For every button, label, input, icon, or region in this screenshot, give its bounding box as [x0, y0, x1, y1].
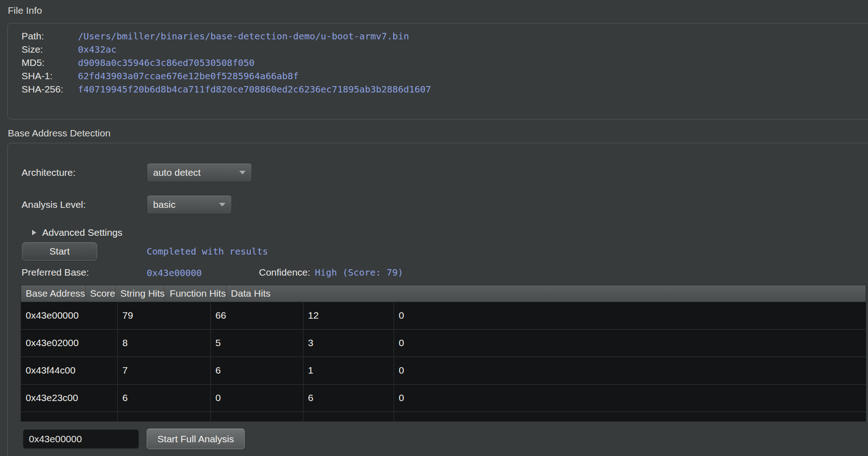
advanced-settings-toggle[interactable]: Advanced Settings	[32, 227, 122, 239]
cell-base-address: 0x43e23c00	[21, 385, 118, 412]
analysis-level-dropdown[interactable]: basic	[147, 195, 232, 214]
analysis-level-selected-value: basic	[153, 199, 214, 210]
architecture-selected-value: auto detect	[153, 167, 235, 178]
preferred-base-label: Preferred Base:	[22, 267, 89, 278]
advanced-settings-label: Advanced Settings	[42, 227, 122, 238]
file-info-field-label: SHA-1:	[22, 71, 78, 81]
chevron-down-icon	[239, 171, 246, 174]
file-info-field-value: 0x432ac	[78, 44, 116, 55]
file-info-field-label: MD5:	[22, 57, 78, 68]
cell-function-hits: 1	[303, 357, 394, 384]
cell-score: 8	[118, 330, 211, 357]
base-address-input[interactable]	[23, 429, 139, 449]
table-header-cell[interactable]: String Hits	[115, 285, 165, 302]
cell-empty	[211, 412, 303, 422]
table-header-cell[interactable]: Data Hits	[226, 285, 270, 302]
confidence-group: Confidence: High (Score: 79)	[259, 267, 403, 278]
architecture-dropdown[interactable]: auto detect	[147, 163, 252, 182]
cell-string-hits: 66	[211, 302, 303, 329]
base-detection-section-title: Base Address Detection	[8, 128, 110, 139]
table-row-partial[interactable]	[21, 412, 866, 422]
base-candidates-table: Base Address Score String Hits Function …	[21, 285, 866, 422]
analysis-level-label: Analysis Level:	[22, 195, 86, 214]
file-info-section-title: File Info	[8, 5, 42, 16]
file-info-row: SHA-1: 62fd43903a07ccae676e12be0f5285964…	[22, 69, 868, 82]
cell-empty	[21, 412, 118, 422]
cell-data-hits: 0	[394, 357, 866, 384]
cell-string-hits: 5	[211, 330, 303, 357]
base-detection-panel: Architecture: auto detect Analysis Level…	[7, 143, 868, 456]
confidence-label: Confidence:	[259, 267, 310, 278]
file-info-row: Path: /Users/bmiller/binaries/base-detec…	[22, 29, 868, 43]
analysis-status-text: Completed with results	[147, 242, 268, 261]
file-info-panel: Path: /Users/bmiller/binaries/base-detec…	[7, 23, 868, 119]
file-info-field-list: Path: /Users/bmiller/binaries/base-detec…	[22, 29, 868, 96]
architecture-label: Architecture:	[22, 163, 76, 182]
cell-data-hits: 0	[394, 302, 866, 329]
cell-base-address: 0x43e02000	[21, 330, 118, 357]
file-info-row: Size: 0x432ac	[22, 43, 868, 56]
table-row[interactable]: 0x43e23c00 6 0 6 0	[21, 385, 866, 412]
cell-score: 79	[118, 302, 211, 329]
table-row[interactable]: 0x43e02000 8 5 3 0	[21, 330, 866, 357]
file-info-row: SHA-256: f40719945f20b6d8b4ca711fd820ce7…	[22, 82, 868, 96]
table-header-cell[interactable]: Base Address	[21, 285, 86, 302]
confidence-value: High (Score: 79)	[315, 267, 403, 278]
file-info-field-value: /Users/bmiller/binaries/base-detection-d…	[78, 31, 409, 42]
cell-empty	[303, 412, 394, 422]
cell-string-hits: 0	[211, 385, 303, 412]
file-info-field-value: 62fd43903a07ccae676e12be0f5285964a66ab8f	[78, 71, 299, 81]
table-row[interactable]: 0x43e00000 79 66 12 0	[21, 302, 866, 330]
cell-empty	[118, 412, 211, 422]
cell-empty	[394, 412, 866, 422]
cell-function-hits: 12	[303, 302, 394, 329]
start-button[interactable]: Start	[22, 242, 97, 261]
cell-base-address: 0x43e00000	[21, 302, 118, 329]
cell-score: 6	[118, 385, 211, 412]
cell-data-hits: 0	[394, 330, 866, 357]
file-info-field-label: Size:	[22, 44, 78, 55]
cell-base-address: 0x43f44c00	[21, 357, 118, 384]
file-info-field-label: Path:	[22, 31, 78, 42]
cell-score: 7	[118, 357, 211, 384]
table-header-cell[interactable]: Function Hits	[165, 285, 226, 302]
file-info-field-label: SHA-256:	[22, 84, 78, 95]
collapsed-triangle-icon	[32, 230, 36, 235]
file-info-row: MD5: d9098a0c35946c3c86ed70530508f050	[22, 56, 868, 69]
table-body: 0x43e00000 79 66 12 0 0x43e02000 8 5 3 0…	[21, 302, 866, 412]
table-row[interactable]: 0x43f44c00 7 6 1 0	[21, 357, 866, 385]
file-info-field-value: d9098a0c35946c3c86ed70530508f050	[78, 57, 254, 68]
cell-function-hits: 3	[303, 330, 394, 357]
cell-string-hits: 6	[211, 357, 303, 384]
table-header-cell[interactable]: Score	[86, 285, 116, 302]
file-info-field-value: f40719945f20b6d8b4ca711fd820ce708860ed2c…	[78, 84, 431, 95]
cell-function-hits: 6	[303, 385, 394, 412]
chevron-down-icon	[219, 203, 225, 206]
preferred-base-row: Preferred Base: 0x43e00000 Confidence: H…	[8, 267, 868, 279]
cell-data-hits: 0	[394, 385, 866, 412]
start-full-analysis-button[interactable]: Start Full Analysis	[147, 429, 245, 449]
preferred-base-value: 0x43e00000	[147, 267, 202, 278]
table-header-row: Base Address Score String Hits Function …	[21, 285, 866, 302]
